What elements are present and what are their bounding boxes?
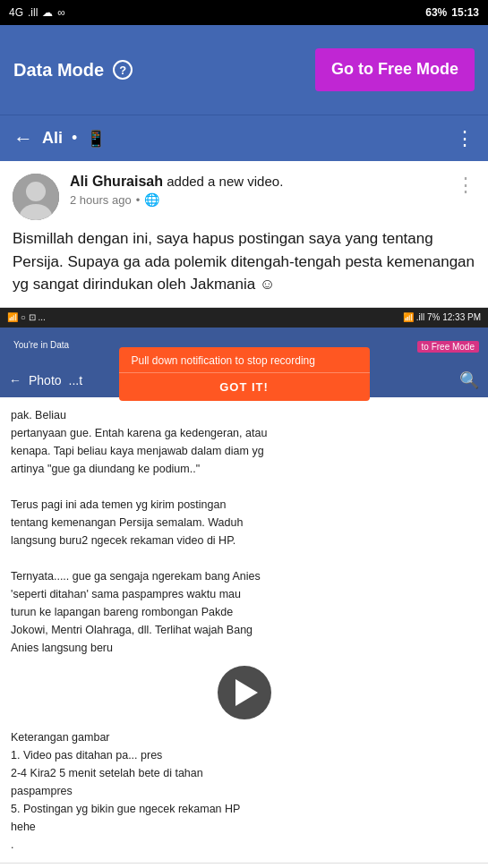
inner-spacer <box>11 478 477 496</box>
app-bar: Data Mode ? Go to Free Mode <box>0 25 488 115</box>
whatsapp-icon: ☁ <box>42 6 53 19</box>
status-left: 4G .ill ☁ ∞ <box>9 6 65 19</box>
inner-text-line: tentang kemenangan Persija semalam. Wadu… <box>11 514 477 532</box>
inner-status-bar: 📶 ○ ⊡ ... 📶 .ill 7% 12:33 PM <box>0 308 488 328</box>
post-header: Ali Ghuraisah added a new video. 2 hours… <box>0 161 488 227</box>
caption-line-3b: hehe <box>11 818 477 836</box>
inner-text-line: pertanyaan gue. Entah karena ga kedenger… <box>11 424 477 442</box>
avatar <box>13 174 59 220</box>
caption-line-2: 2-4 Kira2 5 menit setelah bete di tahan <box>11 764 477 782</box>
inner-app-bar-right: to Free Mode <box>417 337 479 353</box>
post-action: added a new video. <box>163 174 283 189</box>
inner-content: pak. Beliau pertanyaan gue. Entah karena… <box>0 397 488 863</box>
nav-bar: ← Ali • 📱 ⋮ <box>0 115 488 161</box>
post-time: 2 hours ago • 🌐 <box>70 192 445 207</box>
play-triangle-icon <box>235 679 258 706</box>
time-ago: 2 hours ago <box>70 193 132 207</box>
status-bar: 4G .ill ☁ ∞ 63% 15:13 <box>0 0 488 25</box>
inner-app-bar-left: You're in Data <box>9 339 77 351</box>
battery-level: 63% <box>425 6 447 19</box>
inner-status-right: 📶 .ill 7% 12:33 PM <box>403 312 481 322</box>
phone-icon[interactable]: 📱 <box>86 129 106 149</box>
inner-label-end: ...t <box>69 373 83 387</box>
inner-text-line: Ternyata..... gue ga sengaja ngerekam ba… <box>11 567 477 585</box>
help-icon[interactable]: ? <box>113 60 133 80</box>
nav-left: ← Ali • 📱 <box>13 127 106 150</box>
inner-caption-block: Keterangan gambar 1. Video pas ditahan p… <box>11 728 477 854</box>
embedded-screenshot: 📶 ○ ⊡ ... 📶 .ill 7% 12:33 PM You're in D… <box>0 307 488 864</box>
network-icon: 4G <box>9 6 23 19</box>
post-text: Bismillah dengan ini, saya hapus posting… <box>0 227 488 307</box>
app-title: Data Mode <box>13 60 104 81</box>
free-mode-button[interactable]: Go to Free Mode <box>315 48 475 90</box>
inner-nav-left: ← Photo ...t <box>9 373 82 387</box>
notification-box: Pull down notification to stop recording <box>119 347 370 372</box>
caption-line-1: 1. Video pas ditahan pa... pres <box>11 746 477 764</box>
notification-text: Pull down notification to stop recording <box>132 354 315 367</box>
globe-icon: 🌐 <box>144 192 159 207</box>
inner-text-line: Jokowi, Mentri Olahraga, dll. Terlihat w… <box>11 621 477 639</box>
inner-status-left: 📶 ○ ⊡ ... <box>7 312 46 322</box>
inner-back-icon[interactable]: ← <box>9 373 21 387</box>
separator: • <box>136 193 141 207</box>
nav-separator: • <box>72 129 77 148</box>
notification-overlay: Pull down notification to stop recording… <box>119 347 370 401</box>
data-mode-badge: You're in Data <box>9 339 73 351</box>
caption-line-3: 5. Postingan yg bikin gue ngecek rekaman… <box>11 800 477 818</box>
inner-signal-battery-time: 📶 .ill 7% 12:33 PM <box>403 312 481 322</box>
play-button[interactable] <box>218 666 271 719</box>
inner-text-line: Terus pagi ini ada temen yg kirim postin… <box>11 496 477 514</box>
inner-photo-label: Photo <box>29 373 62 387</box>
inner-text-line: turun ke lapangan bareng rombongan Pakde <box>11 603 477 621</box>
post-area: Ali Ghuraisah added a new video. 2 hours… <box>0 161 488 868</box>
svg-point-1 <box>26 182 46 201</box>
inner-spacer <box>11 549 477 567</box>
post-author-name: Ali Ghuraisah <box>70 174 163 189</box>
inner-free-mode-badge: to Free Mode <box>417 341 479 353</box>
more-options-icon[interactable]: ⋮ <box>455 127 475 150</box>
app-bar-title-group: Data Mode ? <box>13 60 133 81</box>
inner-text-line: pak. Beliau <box>11 406 477 424</box>
inner-search-icon[interactable]: 🔍 <box>459 370 479 390</box>
status-right: 63% 15:13 <box>425 6 479 19</box>
post-meta: Ali Ghuraisah added a new video. 2 hours… <box>70 174 445 207</box>
contact-name: Ali <box>42 129 63 148</box>
post-options-icon[interactable]: ⋮ <box>456 174 475 197</box>
inner-network-icons: 📶 ○ ⊡ ... <box>7 312 46 322</box>
time: 15:13 <box>451 6 479 19</box>
inner-text-line: kenapa. Tapi beliau kaya menjawab dalam … <box>11 442 477 460</box>
avatar-image <box>13 174 59 220</box>
signal-icon: .ill <box>28 6 38 19</box>
back-button[interactable]: ← <box>13 127 33 150</box>
infinity-icon: ∞ <box>57 6 65 19</box>
post-author-line: Ali Ghuraisah added a new video. <box>70 174 445 190</box>
inner-text-line: langsung buru2 ngecek rekaman video di H… <box>11 532 477 549</box>
inner-text-line: Anies langsung beru <box>11 639 477 657</box>
got-it-button[interactable]: GOT IT! <box>119 372 370 401</box>
caption-line-2b: paspampres <box>11 782 477 800</box>
inner-text-line: artinya "gue ga diundang ke podium.." <box>11 460 477 478</box>
inner-text-line: 'seperti ditahan' sama paspampres waktu … <box>11 585 477 603</box>
caption-dot: . <box>11 836 477 854</box>
inner-text-block: pak. Beliau pertanyaan gue. Entah karena… <box>11 406 477 657</box>
caption-header: Keterangan gambar <box>11 728 477 746</box>
